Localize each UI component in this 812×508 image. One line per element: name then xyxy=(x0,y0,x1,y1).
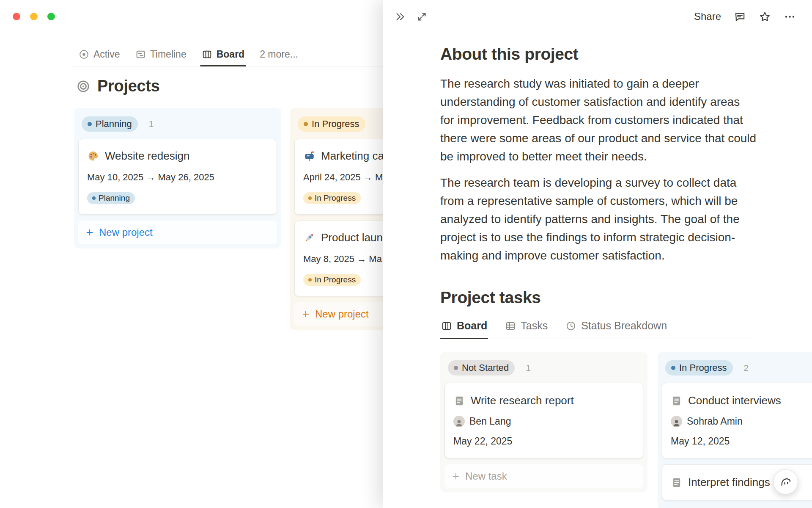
rocket-icon xyxy=(303,232,315,244)
expand-icon[interactable] xyxy=(416,11,428,23)
status-dot-icon xyxy=(308,278,312,282)
status-label: Planning xyxy=(99,193,130,203)
comment-icon[interactable] xyxy=(734,11,746,23)
page-icon xyxy=(671,395,683,407)
view-tab-label: Timeline xyxy=(150,49,187,60)
status-label: Not Started xyxy=(462,362,509,373)
tab-status-breakdown[interactable]: Status Breakdown xyxy=(565,315,668,339)
avatar xyxy=(453,416,465,427)
view-tab-active[interactable]: Active xyxy=(79,42,120,66)
new-project-label: New project xyxy=(99,226,153,238)
peek-body: About this project The research study wa… xyxy=(383,45,812,508)
minimize-button[interactable] xyxy=(30,13,38,20)
close-button[interactable] xyxy=(13,13,20,20)
view-tab-board[interactable]: Board xyxy=(202,42,244,66)
assignee-name: Sohrab Amin xyxy=(687,416,743,427)
view-tab-more[interactable]: 2 more... xyxy=(260,42,298,66)
assignee-row: Sohrab Amin xyxy=(671,416,812,427)
status-dot-icon xyxy=(92,196,96,200)
status-dot-icon xyxy=(308,196,312,200)
view-tab-timeline[interactable]: Timeline xyxy=(135,42,187,66)
board-icon xyxy=(441,320,452,331)
tab-label: Board xyxy=(457,320,487,332)
page-icon xyxy=(671,477,683,489)
plus-icon xyxy=(85,228,94,237)
status-dot-icon xyxy=(671,366,675,370)
task-column-not-started: Not Started 1 Write research report xyxy=(440,352,647,492)
new-project-button[interactable]: New project xyxy=(78,221,277,244)
status-label: In Progress xyxy=(312,119,359,130)
status-badge-in-progress: In Progress xyxy=(298,116,365,132)
palette-icon xyxy=(87,150,99,162)
tasks-view-tabs: Board Tasks Status Breakdown xyxy=(440,315,754,339)
ai-assistant-button[interactable] xyxy=(773,469,798,494)
plus-icon xyxy=(451,472,461,481)
paragraph: The research study was initiated to gain… xyxy=(440,75,757,166)
ai-face-icon xyxy=(779,475,793,489)
assignee-name: Ben Lang xyxy=(469,416,511,427)
peek-title: About this project xyxy=(440,45,812,64)
page-title: Projects xyxy=(97,77,160,95)
view-tab-label: Board xyxy=(217,49,244,60)
task-date: May 12, 2025 xyxy=(671,436,812,447)
column-count: 1 xyxy=(526,363,531,373)
status-label: In Progress xyxy=(315,193,356,203)
target-icon xyxy=(76,79,91,94)
new-task-label: New task xyxy=(465,470,507,482)
app-window: Active Timeline Board 2 more... Projects xyxy=(0,0,812,508)
status-dot-icon xyxy=(454,366,458,370)
project-card-website-redesign[interactable]: Website redesign May 10, 2025 → May 26, … xyxy=(78,139,277,215)
status-dot-icon xyxy=(88,122,92,126)
page-icon xyxy=(453,395,465,407)
status-label: Planning xyxy=(96,119,132,130)
tab-label: Status Breakdown xyxy=(581,320,667,332)
tab-tasks[interactable]: Tasks xyxy=(504,315,549,339)
board-column-planning: Planning 1 Website redesign May 10, 2025… xyxy=(74,108,281,248)
mailbox-icon xyxy=(303,150,315,162)
tasks-heading: Project tasks xyxy=(440,288,812,307)
card-title: Product laun xyxy=(321,231,383,244)
status-label: In Progress xyxy=(679,362,727,373)
zoom-button[interactable] xyxy=(47,13,55,20)
status-badge-not-started: Not Started xyxy=(448,360,515,375)
card-status-badge: Planning xyxy=(87,192,135,204)
task-title: Write research report xyxy=(471,394,574,407)
status-dot-icon xyxy=(304,122,308,126)
plus-icon xyxy=(301,309,310,319)
new-task-button[interactable]: New task xyxy=(444,464,643,488)
column-count: 2 xyxy=(744,363,749,373)
table-icon xyxy=(505,320,516,331)
column-header: Not Started 1 xyxy=(444,356,643,383)
tab-board[interactable]: Board xyxy=(440,315,488,339)
view-tab-label: 2 more... xyxy=(260,49,298,60)
card-status-badge: In Progress xyxy=(303,274,361,286)
status-label: In Progress xyxy=(315,275,356,284)
column-header: In Progress 2 xyxy=(662,356,812,383)
avatar xyxy=(671,416,682,427)
column-count: 1 xyxy=(149,119,154,129)
clock-icon xyxy=(565,320,576,331)
star-icon xyxy=(79,49,89,60)
card-dates: May 10, 2025 → May 26, 2025 xyxy=(87,172,268,183)
task-title: Conduct interviews xyxy=(688,394,781,407)
timeline-icon xyxy=(135,49,146,60)
status-badge-in-progress: In Progress xyxy=(665,360,733,375)
task-date: May 22, 2025 xyxy=(453,436,634,447)
more-icon[interactable] xyxy=(784,11,796,23)
task-card-conduct-interviews[interactable]: Conduct interviews Sohrab Amin May 12, 2… xyxy=(662,383,812,458)
task-title: Interpret findings xyxy=(688,476,770,489)
favorite-star-icon[interactable] xyxy=(759,11,771,23)
window-controls xyxy=(13,13,55,20)
card-title: Website redesign xyxy=(105,149,189,163)
column-header: Planning 1 xyxy=(78,112,277,139)
view-tab-label: Active xyxy=(93,49,120,60)
task-card-write-research-report[interactable]: Write research report Ben Lang May 22, 2… xyxy=(444,383,643,458)
share-button[interactable]: Share xyxy=(694,11,721,22)
tab-label: Tasks xyxy=(521,320,548,332)
peek-toolbar: Share xyxy=(383,0,812,33)
board-icon xyxy=(202,49,212,60)
view-tabs: Active Timeline Board 2 more... xyxy=(79,42,298,66)
close-peek-button[interactable] xyxy=(394,11,406,23)
card-title: Marketing ca xyxy=(321,149,384,163)
assignee-row: Ben Lang xyxy=(453,416,634,427)
